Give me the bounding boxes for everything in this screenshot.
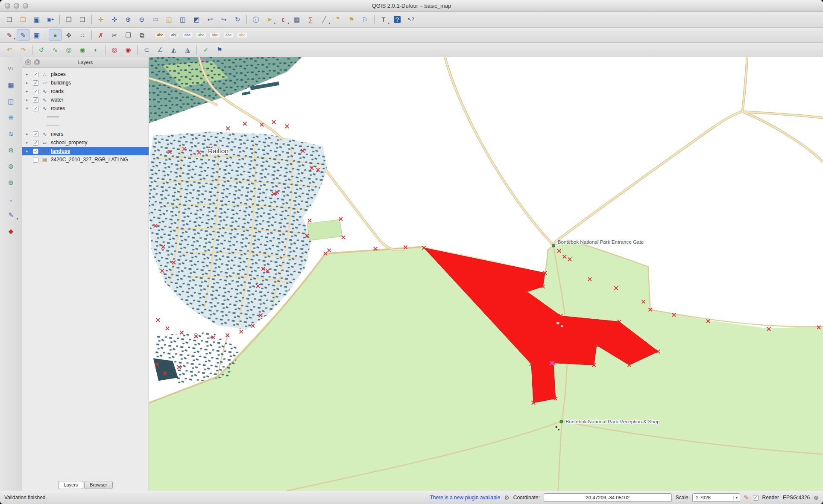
text-annotation-button[interactable]: T▾ — [377, 14, 390, 26]
reshape-features-button[interactable]: ∠ — [154, 44, 167, 56]
zoom-last-button[interactable]: ↩ — [204, 14, 217, 26]
tab-layers[interactable]: Layers — [58, 481, 83, 489]
simplify-feature-button[interactable]: ∿ — [49, 44, 62, 56]
undo-button[interactable]: ↶ — [3, 44, 16, 56]
rotate-label-button[interactable]: abc — [195, 29, 208, 41]
add-raster-layer-button[interactable]: ▦ — [3, 79, 19, 91]
toggle-editing-button[interactable]: ✎ — [17, 29, 29, 41]
layer-checkbox[interactable]: ✓ — [33, 140, 38, 146]
layer-row-routes[interactable]: ▾ ✓ ∿ routes — [22, 104, 149, 113]
select-by-expression-button[interactable]: ε▾ — [277, 14, 290, 26]
layer-checkbox[interactable]: ✓ — [33, 89, 38, 94]
layer-row-places[interactable]: ▸ ✓ ∴ places — [22, 70, 149, 79]
measure-button[interactable]: ╱▾ — [318, 14, 331, 26]
move-label-button[interactable]: abc — [181, 29, 194, 41]
plugin-icon[interactable]: ⚙ — [504, 494, 510, 501]
add-wfs-layer-button[interactable]: ⊕ — [3, 176, 19, 189]
new-shapefile-layer-button[interactable]: ✎▾ — [3, 208, 19, 221]
merge-features-button[interactable]: ⚑ — [213, 44, 226, 56]
zoom-actual-button[interactable]: 1:1 — [149, 14, 162, 26]
current-edits-button[interactable]: ✎▾ — [3, 29, 16, 41]
save-layer-edits-button[interactable]: ▣ — [30, 29, 43, 41]
select-features-button[interactable]: ➤▾ — [263, 14, 276, 26]
render-brush-icon[interactable]: ✎ — [744, 494, 749, 501]
layer-checkbox-unchecked[interactable] — [33, 157, 38, 163]
identify-features-button[interactable]: ⓘ — [249, 14, 262, 26]
help-button[interactable]: ? — [391, 14, 404, 26]
delete-selected-button[interactable]: ✗ — [94, 29, 107, 41]
new-composer-button[interactable]: ❐ — [62, 14, 75, 26]
map-canvas[interactable]: Railton Bontebok National Park Entrance … — [149, 57, 823, 491]
dropdown-arrow-icon[interactable]: ▾ — [14, 37, 15, 41]
layer-row-rivers[interactable]: ▸ ✓ ∿ rivers — [22, 130, 149, 138]
pan-to-selection-button[interactable]: ✜ — [108, 14, 121, 26]
layer-checkbox[interactable]: ✓ — [33, 72, 38, 77]
add-wcs-layer-button[interactable]: ⊚ — [3, 160, 19, 172]
labeling-options-button[interactable]: abc — [154, 29, 167, 41]
layer-checkbox[interactable]: ✓ — [33, 149, 38, 154]
crs-status-icon[interactable]: ⊛ — [814, 494, 819, 501]
add-mssql-layer-button[interactable]: ≋ — [3, 127, 19, 140]
dropdown-arrow-icon[interactable]: ▾ — [274, 22, 275, 25]
cut-features-button[interactable]: ✂ — [108, 29, 121, 41]
label-text-button[interactable]: ab| — [167, 29, 180, 41]
show-bookmarks-button[interactable]: ⚐ — [359, 14, 372, 26]
open-project-button[interactable]: ❒ — [17, 14, 29, 26]
collapse-arrow-icon[interactable]: ▾ — [26, 106, 30, 111]
check-geometry-button[interactable]: ✓ — [199, 44, 212, 56]
zoom-next-button[interactable]: ↪ — [217, 14, 230, 26]
new-bookmark-button[interactable]: ⚑ — [345, 14, 358, 26]
layer-checkbox[interactable]: ✓ — [33, 106, 38, 111]
zoom-full-button[interactable]: ◱ — [163, 14, 176, 26]
add-spatialite-layer-button[interactable]: ❋ — [3, 111, 19, 124]
layer-checkbox[interactable]: ✓ — [33, 80, 38, 86]
paste-features-button[interactable]: ⧉ — [135, 29, 148, 41]
pin-label-button[interactable]: abc — [208, 29, 221, 41]
add-part-button[interactable]: ◉ — [76, 44, 89, 56]
zoom-out-button[interactable]: ⊖ — [135, 14, 148, 26]
zoom-in-button[interactable]: ⊕ — [122, 14, 135, 26]
expand-arrow-icon[interactable]: ▸ — [26, 72, 30, 76]
delete-ring-button[interactable]: ◎ — [108, 44, 121, 56]
layer-row-buildings[interactable]: ▸ ✓ ▱ buildings — [22, 79, 149, 87]
copy-features-button[interactable]: ❐ — [122, 29, 135, 41]
move-feature-button[interactable]: ✥ — [62, 29, 75, 41]
dropdown-arrow-icon[interactable]: ▾ — [287, 22, 289, 25]
dropdown-arrow-icon[interactable]: ▾ — [328, 22, 330, 25]
layer-row-school-property[interactable]: ▸ ✓ ▱ school_property — [22, 138, 149, 147]
tab-browser[interactable]: Browser — [84, 481, 112, 489]
add-ring-button[interactable]: ◎ — [62, 44, 75, 56]
expand-arrow-icon[interactable]: ▸ — [26, 89, 30, 93]
add-feature-button[interactable]: ● — [49, 29, 62, 41]
field-calculator-button[interactable]: ∑ — [304, 14, 317, 26]
layer-row-raster[interactable]: ▦ 3420C_2010_327_RGB_LATLNG — [22, 155, 149, 164]
node-tool-button[interactable]: ∷ — [76, 29, 89, 41]
dropdown-arrow-icon[interactable]: ▾ — [17, 217, 18, 221]
chevron-down-icon[interactable]: ▼ — [733, 496, 740, 500]
add-wms-layer-button[interactable]: ⊛ — [3, 143, 19, 156]
map-svg[interactable]: Railton Bontebok National Park Entrance … — [149, 57, 823, 491]
save-project-as-button[interactable]: ▣+ — [44, 14, 57, 26]
add-vector-layer-button[interactable]: V+ — [3, 62, 19, 75]
open-attribute-table-button[interactable]: ▦ — [290, 14, 303, 26]
rotate-feature-button[interactable]: ↺ — [35, 44, 48, 56]
new-project-button[interactable]: ❏ — [3, 14, 16, 26]
map-tips-button[interactable]: ❞ — [331, 14, 344, 26]
layer-checkbox[interactable]: ✓ — [33, 131, 38, 137]
split-parts-button[interactable]: ◭ — [167, 44, 180, 56]
expand-arrow-icon[interactable]: ▸ — [26, 98, 30, 102]
add-delimited-text-layer-button[interactable]: , — [3, 192, 19, 205]
dropdown-arrow-icon[interactable]: ▾ — [388, 22, 390, 25]
add-oracle-layer-button[interactable]: ◆ — [3, 224, 19, 237]
expand-arrow-icon[interactable]: ▸ — [26, 81, 30, 85]
refresh-map-button[interactable]: ↻ — [231, 14, 244, 26]
split-features-button[interactable]: ◮ — [181, 44, 194, 56]
layer-row-roads[interactable]: ▸ ✓ ∿ roads — [22, 87, 149, 96]
zoom-to-layer-button[interactable]: ◫ — [176, 14, 189, 26]
layer-row-water[interactable]: ▸ ✓ ∿ water — [22, 96, 149, 104]
panel-float-button[interactable]: ❐ — [34, 59, 40, 65]
highlight-labels-button[interactable]: abc — [236, 29, 249, 41]
scale-combo[interactable]: 1:7028 ▼ — [692, 493, 740, 502]
add-postgis-layer-button[interactable]: ◫ — [3, 95, 19, 108]
delete-part-button[interactable]: ◉ — [122, 44, 135, 56]
